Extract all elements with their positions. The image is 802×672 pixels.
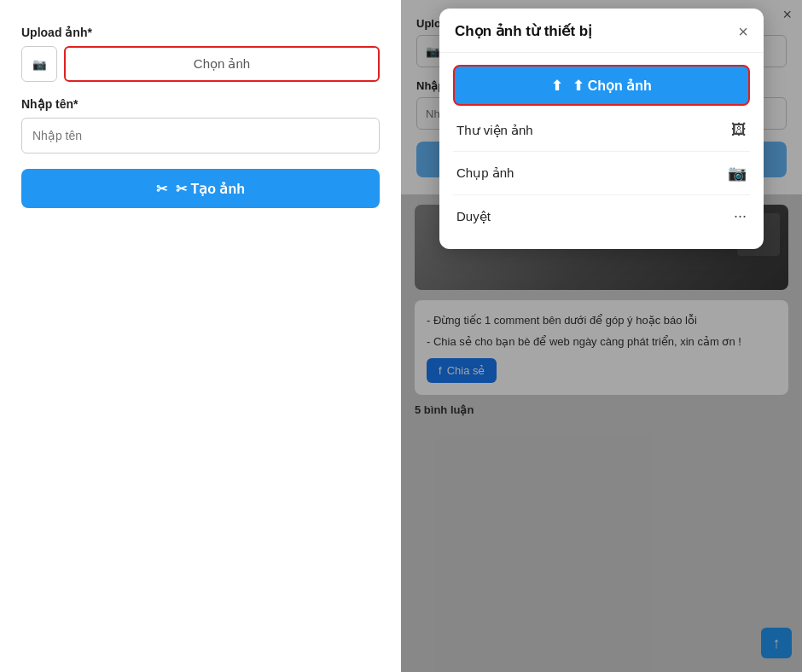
image-picker-modal: Chọn ảnh từ thiết bị × ⬆ ⬆ Chọn ảnh Thư … — [439, 9, 764, 249]
left-panel: Upload ảnh* 📷 Chọn ảnh Nhập tên* ✂ ✂ Tạo… — [0, 0, 401, 672]
camera-menu-icon: 📷 — [728, 164, 747, 182]
modal-choose-button[interactable]: ⬆ ⬆ Chọn ảnh — [453, 65, 750, 106]
modal-menu-item-library[interactable]: Thư viện ảnh 🖼 — [453, 109, 750, 152]
left-name-input[interactable] — [21, 118, 380, 154]
modal-close-button[interactable]: × — [738, 23, 748, 40]
upload-icon: ⬆ — [551, 78, 562, 94]
modal-menu-item-camera[interactable]: Chụp ảnh 📷 — [453, 152, 750, 195]
modal-overlay: Chọn ảnh từ thiết bị × ⬆ ⬆ Chọn ảnh Thư … — [401, 0, 802, 672]
left-camera-button[interactable]: 📷 — [21, 46, 57, 82]
right-panel: × Upload ảnh* 📷 Chọn ảnh Nhập tên* ✂ Tạo… — [401, 0, 802, 672]
camera-icon: 📷 — [32, 58, 47, 71]
library-label: Thư viện ảnh — [456, 123, 533, 138]
camera-label: Chụp ảnh — [456, 165, 514, 181]
left-create-button[interactable]: ✂ ✂ Tạo ảnh — [21, 169, 380, 208]
browse-label: Duyệt — [456, 209, 491, 224]
modal-menu-item-browse[interactable]: Duyệt ··· — [453, 195, 750, 237]
dots-icon: ··· — [734, 207, 747, 225]
modal-title: Chọn ảnh từ thiết bị — [455, 22, 592, 40]
library-icon: 🖼 — [731, 121, 747, 139]
left-name-label: Nhập tên* — [21, 97, 380, 111]
left-upload-row: 📷 Chọn ảnh — [21, 46, 380, 82]
left-choose-image-button[interactable]: Chọn ảnh — [64, 46, 380, 82]
scissors-icon: ✂ — [156, 181, 167, 197]
modal-header: Chọn ảnh từ thiết bị × — [439, 9, 764, 53]
left-upload-label: Upload ảnh* — [21, 26, 380, 39]
modal-body: ⬆ ⬆ Chọn ảnh Thư viện ảnh 🖼 Chụp ảnh 📷 D… — [439, 53, 764, 249]
